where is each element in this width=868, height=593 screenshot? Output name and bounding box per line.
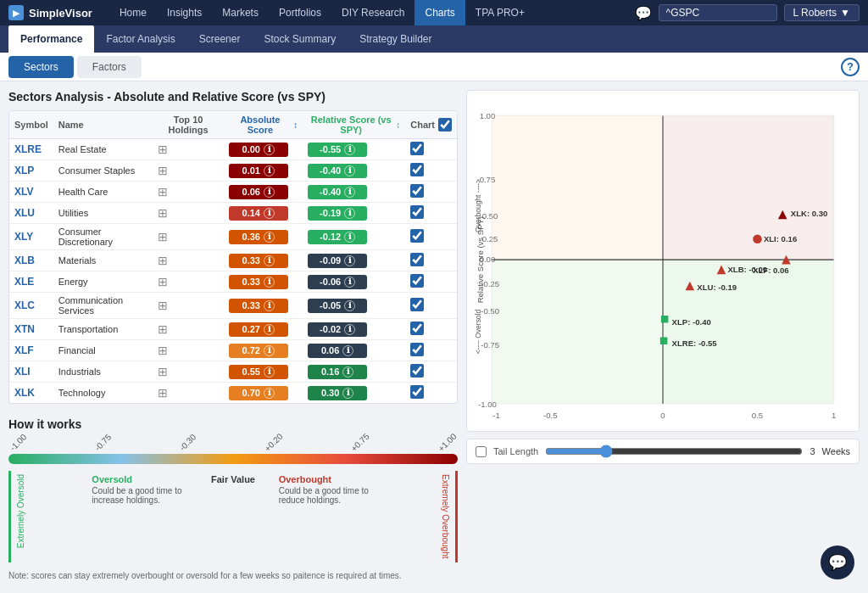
chart-checkbox-cell[interactable] xyxy=(405,340,457,361)
row-checkbox[interactable] xyxy=(410,298,424,311)
symbol-cell[interactable]: XLE xyxy=(9,271,53,293)
user-menu[interactable]: L Roberts ▼ xyxy=(784,4,860,21)
rel-info-icon[interactable]: ℹ xyxy=(342,366,353,378)
hierarchy-cell[interactable]: ⊞ xyxy=(153,340,223,361)
nav-markets[interactable]: Markets xyxy=(212,0,269,25)
rel-info-icon[interactable]: ℹ xyxy=(344,277,355,288)
tab-factors[interactable]: Factors xyxy=(77,56,142,78)
symbol-cell[interactable]: XLY xyxy=(9,224,53,250)
tail-slider[interactable] xyxy=(545,445,803,458)
chart-all-checkbox[interactable] xyxy=(438,118,452,131)
row-checkbox[interactable] xyxy=(410,385,424,399)
nav-charts[interactable]: Charts xyxy=(415,0,465,25)
subnav-strategy[interactable]: Strategy Builder xyxy=(348,25,443,53)
abs-info-icon[interactable]: ℹ xyxy=(264,277,275,288)
symbol-cell[interactable]: XLI xyxy=(9,361,53,383)
abs-info-icon[interactable]: ℹ xyxy=(264,300,275,311)
logo[interactable]: ▶ SimpleVisor xyxy=(8,5,92,20)
subnav-performance[interactable]: Performance xyxy=(8,25,94,53)
rel-info-icon[interactable]: ℹ xyxy=(344,208,355,219)
symbol-cell[interactable]: XLU xyxy=(9,203,53,224)
subnav-screener[interactable]: Screener xyxy=(187,25,253,53)
abs-info-icon[interactable]: ℹ xyxy=(264,388,275,399)
chart-checkbox-cell[interactable] xyxy=(405,293,457,319)
row-checkbox[interactable] xyxy=(410,322,424,335)
hierarchy-cell[interactable]: ⊞ xyxy=(153,319,223,340)
row-checkbox[interactable] xyxy=(410,142,424,155)
symbol-cell[interactable]: XLB xyxy=(9,250,53,271)
row-checkbox[interactable] xyxy=(410,205,424,219)
row-checkbox[interactable] xyxy=(410,229,424,243)
nav-portfolios[interactable]: Portfolios xyxy=(269,0,331,25)
chart-checkbox-cell[interactable] xyxy=(405,250,457,271)
rel-info-icon[interactable]: ℹ xyxy=(344,232,355,243)
symbol-cell[interactable]: XLC xyxy=(9,293,53,319)
message-icon[interactable]: 💬 xyxy=(635,5,652,21)
rel-info-icon[interactable]: ℹ xyxy=(342,388,353,399)
rel-info-icon[interactable]: ℹ xyxy=(344,300,355,311)
chart-checkbox-cell[interactable] xyxy=(405,383,457,404)
symbol-cell[interactable]: XLRE xyxy=(9,139,53,160)
hierarchy-cell[interactable]: ⊞ xyxy=(153,160,223,182)
hierarchy-cell[interactable]: ⊞ xyxy=(153,361,223,383)
col-absolute[interactable]: Absolute Score ↕ xyxy=(224,111,303,139)
abs-info-icon[interactable]: ℹ xyxy=(264,165,275,176)
abs-badge: 0.01 ℹ xyxy=(229,164,288,178)
symbol-cell[interactable]: XLF xyxy=(9,340,53,361)
col-relative[interactable]: Relative Score (vs SPY) ↕ xyxy=(303,111,405,139)
symbol-cell[interactable]: XLK xyxy=(9,383,53,404)
abs-info-icon[interactable]: ℹ xyxy=(264,187,275,198)
rel-info-icon[interactable]: ℹ xyxy=(344,165,355,176)
chart-checkbox-cell[interactable] xyxy=(405,139,457,160)
hierarchy-cell[interactable]: ⊞ xyxy=(153,383,223,404)
rel-info-icon[interactable]: ℹ xyxy=(344,187,355,198)
hierarchy-cell[interactable]: ⊞ xyxy=(153,182,223,203)
rel-info-icon[interactable]: ℹ xyxy=(342,345,353,356)
hierarchy-cell[interactable]: ⊞ xyxy=(153,250,223,271)
abs-info-icon[interactable]: ℹ xyxy=(264,366,275,378)
fair-value-col: Fair Value xyxy=(194,471,271,562)
row-checkbox[interactable] xyxy=(410,274,424,288)
abs-info-icon[interactable]: ℹ xyxy=(264,345,275,356)
row-checkbox[interactable] xyxy=(410,253,424,266)
tab-sectors[interactable]: Sectors xyxy=(8,56,74,78)
rel-info-icon[interactable]: ℹ xyxy=(344,255,355,266)
chart-checkbox-cell[interactable] xyxy=(405,203,457,224)
nav-home[interactable]: Home xyxy=(109,0,157,25)
chart-checkbox-cell[interactable] xyxy=(405,160,457,182)
abs-info-icon[interactable]: ℹ xyxy=(264,255,275,266)
abs-info-icon[interactable]: ℹ xyxy=(264,232,275,243)
hierarchy-cell[interactable]: ⊞ xyxy=(153,271,223,293)
abs-info-icon[interactable]: ℹ xyxy=(264,208,275,219)
symbol-cell[interactable]: XLV xyxy=(9,182,53,203)
hierarchy-cell[interactable]: ⊞ xyxy=(153,293,223,319)
chart-checkbox-cell[interactable] xyxy=(405,319,457,340)
rel-info-icon[interactable]: ℹ xyxy=(344,324,355,335)
chat-button[interactable]: 💬 xyxy=(821,545,854,579)
symbol-cell[interactable]: XLP xyxy=(9,160,53,182)
table-row: XLB Materials ⊞ 0.33 ℹ -0.09 ℹ xyxy=(9,250,457,271)
search-input[interactable] xyxy=(659,4,777,21)
hierarchy-cell[interactable]: ⊞ xyxy=(153,224,223,250)
row-checkbox[interactable] xyxy=(410,343,424,356)
nav-diy[interactable]: DIY Research xyxy=(331,0,415,25)
abs-info-icon[interactable]: ℹ xyxy=(264,144,275,155)
subnav-factor[interactable]: Factor Analysis xyxy=(94,25,186,53)
row-checkbox[interactable] xyxy=(410,184,424,198)
help-icon[interactable]: ? xyxy=(841,58,860,76)
hierarchy-cell[interactable]: ⊞ xyxy=(153,139,223,160)
nav-insights[interactable]: Insights xyxy=(157,0,212,25)
chart-checkbox-cell[interactable] xyxy=(405,361,457,383)
hierarchy-cell[interactable]: ⊞ xyxy=(153,203,223,224)
subnav-stock-summary[interactable]: Stock Summary xyxy=(252,25,348,53)
chart-checkbox-cell[interactable] xyxy=(405,271,457,293)
row-checkbox[interactable] xyxy=(410,163,424,176)
row-checkbox[interactable] xyxy=(410,364,424,378)
abs-info-icon[interactable]: ℹ xyxy=(264,324,275,335)
rel-info-icon[interactable]: ℹ xyxy=(344,144,355,155)
chart-checkbox-cell[interactable] xyxy=(405,182,457,203)
symbol-cell[interactable]: XTN xyxy=(9,319,53,340)
chart-checkbox-cell[interactable] xyxy=(405,224,457,250)
nav-tpa[interactable]: TPA PRO+ xyxy=(465,0,535,25)
tail-checkbox[interactable] xyxy=(476,446,487,457)
